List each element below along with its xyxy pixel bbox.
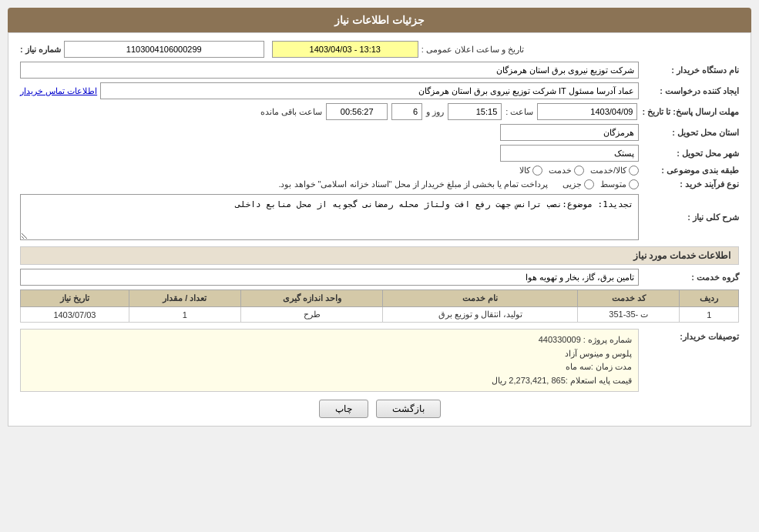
tabaghe-label: طبقه بندی موضوعی : xyxy=(639,166,739,176)
radio-khadamat-input[interactable] xyxy=(574,166,584,176)
roz-input xyxy=(391,103,422,120)
nam-dastgah-label: نام دستگاه خریدار : xyxy=(639,65,739,75)
print-button[interactable]: چاپ xyxy=(319,400,368,418)
radio-khadamat: خدمت xyxy=(549,166,584,176)
shomare-niaz-input xyxy=(64,41,264,58)
radio-kala-input[interactable] xyxy=(532,166,542,176)
grohe-khadamat-input xyxy=(20,269,639,286)
roz-label: روز و xyxy=(426,107,444,117)
cell-vahed: طرح xyxy=(240,307,382,323)
col-radif: ردیف xyxy=(680,290,739,307)
tarikh-input[interactable] xyxy=(272,41,418,58)
tosifat-label: توصیفات خریدار: xyxy=(639,329,739,392)
col-tedad: تعداد / مقدار xyxy=(129,290,240,307)
cell-tarikh: 1403/07/03 xyxy=(21,307,129,323)
ettelaat-tamas-link[interactable]: اطلاعات تماس خریدار xyxy=(20,86,97,96)
shahr-label: شهر محل تحویل : xyxy=(639,149,739,159)
ijad-konande-input xyxy=(100,82,639,99)
tosifat-line4: قیمت پایه استعلام :865 ,2,273,421 ریال xyxy=(27,374,632,388)
jozyi-label: جزیی xyxy=(563,179,582,189)
cell-kod-khadamat: ت -35-351 xyxy=(578,307,680,323)
radio-kala-khadamat: کالا/خدمت xyxy=(590,166,639,176)
saat-label: ساعت : xyxy=(505,107,533,117)
radio-kala: کالا xyxy=(519,166,542,176)
sharh-textarea[interactable]: تجدید1: موضوع:نصب ترانس جهت رفع افت ولتا… xyxy=(20,194,639,240)
noe-farayand-label: نوع فرآیند خرید : xyxy=(639,179,739,189)
khadamat-section-title: اطلاعات خدمات مورد نیاز xyxy=(20,246,739,265)
tarikh-label: تاریخ و ساعت اعلان عمومی : xyxy=(421,45,524,55)
grohe-khadamat-label: گروه خدمت : xyxy=(639,273,739,283)
tosifat-line2: پلوس و مینوس آزاد xyxy=(27,347,632,361)
motavasset-label: متوسط xyxy=(600,179,626,189)
saat-baghimande-label: ساعت باقی مانده xyxy=(260,107,322,117)
table-row: 1 ت -35-351 تولید، انتقال و توزیع برق طر… xyxy=(21,307,739,323)
tosifat-section: توصیفات خریدار: شماره پروژه : 440330009 … xyxy=(20,329,739,392)
khadamat-label: خدمت xyxy=(549,166,572,176)
radio-motavasset-input[interactable] xyxy=(629,179,639,189)
page-header: جزئیات اطلاعات نیاز xyxy=(8,8,751,32)
radio-jozyi: جزیی xyxy=(563,179,594,189)
radio-motavasset: متوسط xyxy=(600,179,639,189)
tosifat-line3: مدت زمان :سه ماه xyxy=(27,360,632,374)
radio-jozyi-input[interactable] xyxy=(584,179,594,189)
back-button[interactable]: بازگشت xyxy=(376,400,441,418)
sharh-label: شرح کلی نیاز : xyxy=(639,212,739,223)
cell-radif: 1 xyxy=(680,307,739,323)
cell-nam-khadamat: تولید، انتقال و توزیع برق xyxy=(383,307,578,323)
cell-tedad: 1 xyxy=(129,307,240,323)
tosifat-line1: شماره پروژه : 440330009 xyxy=(27,333,632,347)
mohlat-label: مهلت ارسال پاسخ: تا تاریخ : xyxy=(637,107,739,117)
ostan-label: استان محل تحویل : xyxy=(639,128,739,138)
ijad-konande-label: ایجاد کننده درخواست : xyxy=(639,86,739,96)
radio-kala-khadamat-input[interactable] xyxy=(629,166,639,176)
mohlat-date-input xyxy=(537,103,637,120)
col-vahed: واحد اندازه گیری xyxy=(240,290,382,307)
tosifat-content: شماره پروژه : 440330009 پلوس و مینوس آزا… xyxy=(20,329,639,392)
col-tarikh: تاریخ نیاز xyxy=(21,290,129,307)
mohlat-time-input xyxy=(448,103,502,120)
page-title: جزئیات اطلاعات نیاز xyxy=(334,14,425,26)
pardakht-text: پرداخت تمام یا بخشی از مبلغ خریدار از مح… xyxy=(278,179,548,189)
button-row: بازگشت چاپ xyxy=(20,400,739,418)
col-nam-khadamat: نام خدمت xyxy=(383,290,578,307)
shomare-niaz-label: شماره نیاز : xyxy=(20,45,61,55)
nam-dastgah-input xyxy=(20,62,639,79)
countdown-input xyxy=(326,103,388,120)
services-table: ردیف کد خدمت نام خدمت واحد اندازه گیری ت… xyxy=(20,289,739,323)
kala-label: کالا xyxy=(519,166,530,176)
shahr-input xyxy=(500,145,639,162)
col-kod-khadamat: کد خدمت xyxy=(578,290,680,307)
kala-khadamat-label: کالا/خدمت xyxy=(590,166,626,176)
ostan-input xyxy=(500,124,639,141)
